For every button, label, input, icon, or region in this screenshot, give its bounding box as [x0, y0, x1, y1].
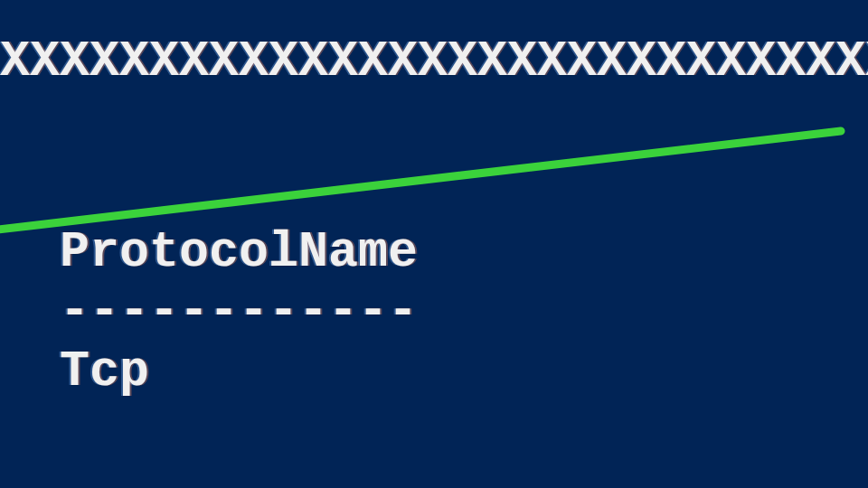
- column-header-protocolname: ProtocolName: [0, 227, 418, 279]
- svg-line-0: [0, 131, 841, 230]
- powershell-terminal[interactable]: XXXXXXXXXXXXXXXXXXXXXXXXXXXXXXXXXXXXXXXX…: [0, 0, 868, 488]
- command-line-rule: XXXXXXXXXXXXXXXXXXXXXXXXXXXXXXXXXXXXXXXX…: [0, 36, 868, 89]
- column-underline: ------------: [0, 286, 418, 338]
- column-value-tcp: Tcp: [0, 346, 149, 399]
